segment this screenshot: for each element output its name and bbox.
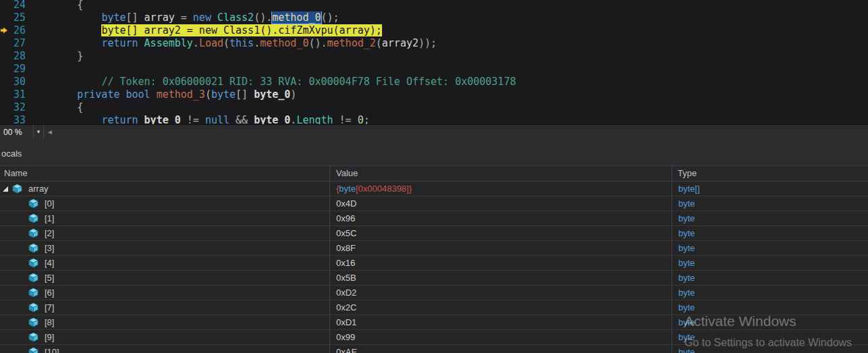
name-cell: [7]: [0, 300, 329, 315]
code-line[interactable]: 25 byte[] array = new Class2().method_0(…: [0, 11, 868, 24]
table-row[interactable]: [1]0x96byte: [0, 211, 868, 226]
code-token: null: [205, 114, 229, 124]
editor-gutter[interactable]: 26: [0, 24, 28, 37]
code-lines: 24 {25 byte[] array = new Class2().metho…: [0, 0, 868, 124]
column-header-value[interactable]: Value: [329, 166, 672, 181]
line-number[interactable]: 30: [8, 76, 28, 88]
table-row[interactable]: [5]0x5Bbyte: [0, 271, 868, 286]
editor-gutter[interactable]: 27: [0, 37, 28, 50]
code-token: array2: [382, 37, 418, 49]
scrollbar-left-arrow-icon[interactable]: ◄: [44, 125, 56, 139]
variable-name: [2]: [45, 228, 54, 238]
code-line[interactable]: 31 private bool method_3(byte[] byte_0): [0, 88, 868, 101]
selected-token: method_0: [272, 11, 321, 24]
code-token: [211, 11, 217, 24]
code-editor: 24 {25 byte[] array = new Class2().metho…: [0, 0, 868, 124]
column-header-type[interactable]: Type: [672, 166, 868, 181]
cube-icon: [28, 273, 39, 283]
glyph-margin: [0, 76, 8, 88]
code-token: method_0: [260, 37, 308, 49]
table-row[interactable]: [8]0xD1byte: [0, 315, 868, 330]
variable-value: 0xD2: [329, 286, 672, 300]
code-line[interactable]: 28 }: [0, 50, 868, 63]
line-number[interactable]: 28: [8, 50, 28, 63]
code-line[interactable]: 30 // Token: 0x06000021 RID: 33 RVA: 0x0…: [0, 76, 868, 88]
editor-gutter[interactable]: 31: [0, 88, 28, 101]
code-token: 0: [358, 114, 364, 124]
editor-gutter[interactable]: 32: [0, 101, 28, 114]
locals-grid-header: Name Value Type: [0, 165, 868, 182]
variable-type: byte: [672, 196, 868, 211]
code-text: byte[] array2 = new Class1().cifZmXvpu(a…: [28, 24, 868, 37]
line-number[interactable]: 25: [8, 11, 28, 24]
code-line[interactable]: 27 return Assembly.Load(this.method_0().…: [0, 37, 868, 50]
table-row[interactable]: [3]0x8Fbyte: [0, 241, 868, 256]
code-token: method_2: [327, 37, 376, 49]
variable-value: {byte[0x00048398]}: [329, 182, 672, 196]
cube-icon: [28, 228, 39, 238]
value-token: 0x16: [336, 258, 355, 268]
variable-value: 0x5C: [329, 226, 672, 240]
code-line[interactable]: 24 {: [0, 0, 868, 11]
line-number[interactable]: 31: [8, 88, 28, 101]
code-token: [151, 88, 157, 101]
line-number[interactable]: 29: [8, 63, 28, 76]
code-line[interactable]: 33 return byte_0 != null && byte_0.Lengt…: [0, 114, 868, 124]
variable-name: [5]: [45, 273, 54, 283]
code-token: bool: [126, 88, 151, 101]
table-row[interactable]: array{byte[0x00048398]}byte[]: [0, 182, 868, 196]
variable-type: byte[]: [672, 182, 868, 196]
table-row[interactable]: [2]0x5Cbyte: [0, 226, 868, 241]
table-row[interactable]: [4]0x16byte: [0, 256, 868, 271]
code-token: !=: [181, 114, 205, 124]
editor-gutter[interactable]: 28: [0, 50, 28, 63]
code-token: &&: [229, 114, 254, 124]
code-token: Class2: [217, 11, 254, 24]
variable-name: [1]: [45, 213, 54, 223]
code-line[interactable]: 32 {: [0, 101, 868, 114]
cube-icon: [28, 288, 39, 298]
line-number[interactable]: 26: [8, 24, 28, 37]
editor-gutter[interactable]: 29: [0, 63, 28, 76]
code-token: ));: [418, 37, 437, 49]
horizontal-scrollbar[interactable]: [56, 125, 868, 139]
line-number[interactable]: 27: [8, 37, 28, 50]
expander-icon[interactable]: [2, 186, 9, 192]
name-cell: [5]: [0, 271, 329, 285]
line-number[interactable]: 24: [8, 0, 28, 11]
glyph-margin: [0, 50, 8, 63]
code-line[interactable]: 29: [0, 63, 868, 76]
name-cell: [10]: [0, 345, 329, 353]
line-number[interactable]: 33: [8, 114, 28, 124]
editor-gutter[interactable]: 33: [0, 114, 28, 124]
line-number[interactable]: 32: [8, 101, 28, 114]
code-line[interactable]: 26 byte[] array2 = new Class1().cifZmXvp…: [0, 24, 868, 37]
editor-gutter[interactable]: 30: [0, 76, 28, 88]
code-token: []: [236, 88, 254, 101]
variable-value: 0x96: [329, 211, 672, 225]
table-row[interactable]: [0]0x4Dbyte: [0, 196, 868, 211]
variable-value: 0x5B: [329, 271, 672, 285]
variable-type: byte: [672, 211, 868, 225]
editor-gutter[interactable]: 24: [0, 0, 28, 11]
variable-name: [9]: [45, 332, 54, 342]
variable-name: [4]: [45, 258, 54, 268]
value-token: 0x8F: [336, 243, 356, 253]
table-row[interactable]: [7]0x2Cbyte: [0, 300, 868, 315]
variable-type: byte: [672, 226, 868, 240]
table-row[interactable]: [10]0xAEbyte: [0, 345, 868, 353]
variable-name: [7]: [45, 302, 54, 313]
name-cell: [0]: [0, 196, 329, 211]
editor-gutter[interactable]: 25: [0, 11, 28, 24]
table-row[interactable]: [9]0x99byte: [0, 330, 868, 345]
zoom-combobox[interactable]: 00 % ▾: [0, 125, 44, 139]
variable-value: 0xD1: [329, 315, 672, 329]
variable-name: [0]: [45, 198, 54, 209]
table-row[interactable]: [6]0xD2byte: [0, 286, 868, 300]
glyph-margin: [0, 88, 8, 101]
chevron-down-icon[interactable]: ▾: [33, 125, 43, 139]
code-token: !=: [333, 114, 358, 124]
column-header-name[interactable]: Name: [0, 166, 329, 181]
code-token: [138, 114, 144, 124]
current-statement-highlight: byte[] array2 = new Class1().cifZmXvpu(a…: [101, 24, 381, 36]
